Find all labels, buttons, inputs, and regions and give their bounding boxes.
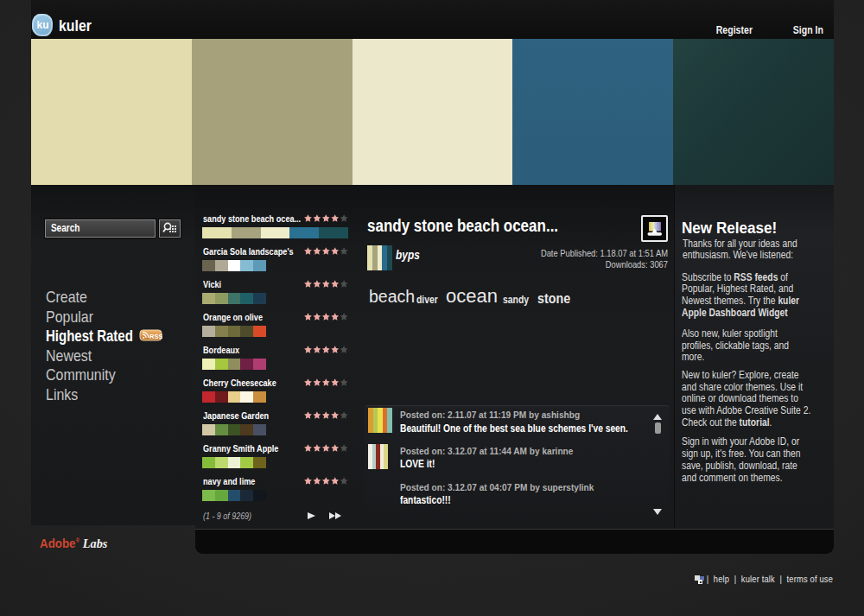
svg-text:RSS: RSS [149,333,162,340]
